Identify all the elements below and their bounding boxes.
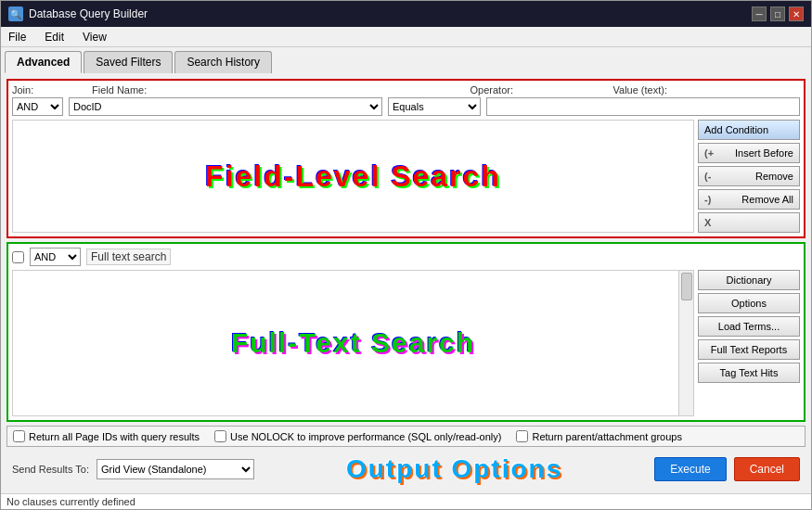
add-condition-button[interactable]: Add Condition bbox=[698, 120, 800, 140]
menu-view[interactable]: View bbox=[79, 29, 110, 45]
fulltext-buttons: Dictionary Options Load Terms... Full Te… bbox=[698, 270, 800, 416]
join-header: Join: bbox=[12, 84, 86, 96]
option-page-ids-checkbox[interactable] bbox=[13, 430, 25, 442]
minus2-prefix: -) bbox=[704, 194, 711, 205]
option-nolock-checkbox[interactable] bbox=[214, 430, 226, 442]
tab-search-history[interactable]: Search History bbox=[174, 51, 272, 73]
menu-bar: File Edit View bbox=[1, 27, 811, 47]
main-content: Join: Field Name: Operator: Value (text)… bbox=[1, 73, 811, 493]
join-group: AND OR NOT bbox=[12, 97, 63, 116]
field-name-select[interactable]: DocID Title Author Date bbox=[69, 97, 382, 116]
cancel-button[interactable]: Cancel bbox=[734, 457, 800, 481]
fulltext-area: Full-Text Search bbox=[12, 270, 694, 416]
scroll-thumb bbox=[681, 273, 692, 300]
send-results-label: Send Results To: bbox=[12, 464, 89, 475]
options-button[interactable]: Options bbox=[698, 293, 800, 313]
operator-group: Equals Contains Starts With Ends With bbox=[388, 97, 481, 116]
insert-before-label: Insert Before bbox=[735, 147, 793, 159]
load-terms-button[interactable]: Load Terms... bbox=[698, 316, 800, 337]
send-results-select[interactable]: Grid View (Standalone) Grid View (Docked… bbox=[97, 459, 254, 479]
plus-prefix: (+ bbox=[704, 147, 714, 159]
insert-before-button[interactable]: (+ Insert Before bbox=[698, 143, 800, 163]
value-group bbox=[486, 97, 800, 116]
dictionary-button[interactable]: Dictionary bbox=[698, 270, 800, 290]
title-bar: 🔍 Database Query Builder ─ □ ✕ bbox=[1, 1, 811, 27]
option-page-ids-label: Return all Page IDs with query results bbox=[29, 431, 200, 442]
field-name-group: DocID Title Author Date bbox=[69, 97, 382, 116]
join-select[interactable]: AND OR NOT bbox=[12, 97, 63, 116]
app-icon: 🔍 bbox=[8, 6, 23, 21]
fulltext-body: Full-Text Search Dictionary Options Load… bbox=[12, 270, 800, 416]
maximize-button[interactable]: □ bbox=[770, 6, 785, 21]
tab-bar: Advanced Saved Filters Search History bbox=[1, 47, 811, 73]
field-search-label: Field-Level Search bbox=[205, 159, 501, 194]
minus-prefix: (- bbox=[704, 171, 711, 182]
tag-text-hits-button[interactable]: Tag Text Hits bbox=[698, 363, 800, 383]
operator-select[interactable]: Equals Contains Starts With Ends With bbox=[388, 97, 481, 116]
full-text-reports-button[interactable]: Full Text Reports bbox=[698, 339, 800, 360]
field-name-header: Field Name: bbox=[92, 84, 279, 96]
execute-button[interactable]: Execute bbox=[654, 457, 726, 481]
minimize-button[interactable]: ─ bbox=[752, 6, 767, 21]
option-nolock: Use NOLOCK to improve performance (SQL o… bbox=[214, 430, 501, 442]
field-buttons: Add Condition (+ Insert Before (- Remove… bbox=[698, 120, 800, 233]
remove-all-label: Remove All bbox=[741, 194, 793, 205]
value-input[interactable] bbox=[486, 97, 800, 116]
field-search-section: Join: Field Name: Operator: Value (text)… bbox=[6, 79, 806, 238]
option-parent-attachment: Return parent/attachment groups bbox=[516, 430, 681, 442]
fulltext-join-select[interactable]: AND OR NOT bbox=[30, 248, 81, 266]
title-controls: ─ □ ✕ bbox=[752, 6, 804, 21]
column-headers: Join: Field Name: Operator: Value (text)… bbox=[12, 84, 800, 96]
operator-header: Operator: bbox=[470, 84, 600, 96]
option-parent-attachment-checkbox[interactable] bbox=[516, 430, 528, 442]
remove-button[interactable]: (- Remove bbox=[698, 166, 800, 186]
menu-edit[interactable]: Edit bbox=[41, 29, 68, 45]
x-button[interactable]: X bbox=[698, 212, 800, 233]
fulltext-header: AND OR NOT Full text search bbox=[12, 248, 800, 266]
add-condition-label: Add Condition bbox=[704, 124, 768, 135]
status-text: No clauses currently defined bbox=[6, 496, 135, 507]
status-bar: No clauses currently defined bbox=[1, 493, 811, 509]
output-options-label: Output Options bbox=[262, 454, 647, 484]
field-search-body: Field-Level Search Add Condition (+ Inse… bbox=[12, 120, 800, 233]
fulltext-scrollbar[interactable] bbox=[678, 271, 693, 415]
window-title: Database Query Builder bbox=[29, 7, 148, 20]
menu-file[interactable]: File bbox=[5, 29, 30, 45]
tab-advanced[interactable]: Advanced bbox=[5, 51, 82, 73]
bottom-bar: Send Results To: Grid View (Standalone) … bbox=[6, 451, 806, 488]
conditions-area: Field-Level Search bbox=[12, 120, 694, 233]
option-nolock-label: Use NOLOCK to improve performance (SQL o… bbox=[230, 431, 501, 442]
option-parent-attachment-label: Return parent/attachment groups bbox=[532, 431, 681, 442]
fulltext-header-label: Full text search bbox=[86, 249, 171, 265]
fulltext-checkbox[interactable] bbox=[12, 251, 24, 263]
main-window: 🔍 Database Query Builder ─ □ ✕ File Edit… bbox=[0, 0, 812, 510]
x-label: X bbox=[704, 217, 711, 228]
value-header: Value (text): bbox=[613, 84, 801, 96]
tab-saved-filters[interactable]: Saved Filters bbox=[84, 51, 173, 73]
fulltext-section: AND OR NOT Full text search Full-Text Se… bbox=[6, 242, 806, 422]
field-input-row: AND OR NOT DocID Title Author Date E bbox=[12, 97, 800, 116]
fulltext-label: Full-Text Search bbox=[231, 327, 475, 359]
option-page-ids: Return all Page IDs with query results bbox=[13, 430, 200, 442]
remove-label: Remove bbox=[755, 171, 793, 182]
options-bar: Return all Page IDs with query results U… bbox=[6, 426, 806, 447]
title-bar-left: 🔍 Database Query Builder bbox=[8, 6, 148, 21]
remove-all-button[interactable]: -) Remove All bbox=[698, 189, 800, 210]
close-button[interactable]: ✕ bbox=[789, 6, 804, 21]
